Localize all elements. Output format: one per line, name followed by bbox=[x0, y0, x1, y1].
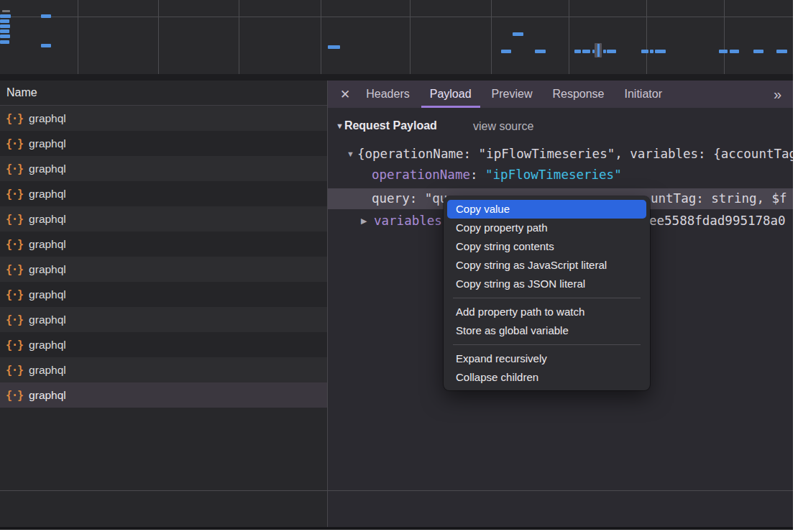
menu-item-copy-property-path[interactable]: Copy property path bbox=[444, 219, 650, 237]
request-timing-bar bbox=[753, 50, 763, 53]
table-row[interactable]: {·}graphql bbox=[0, 257, 327, 282]
menu-item-copy-string-js-literal[interactable]: Copy string as JavaScript literal bbox=[444, 256, 650, 275]
json-file-icon: {·} bbox=[6, 339, 23, 352]
request-name: graphql bbox=[29, 112, 66, 125]
request-timing-bar bbox=[535, 50, 546, 53]
menu-item-copy-string-contents[interactable]: Copy string contents bbox=[444, 237, 650, 256]
request-timing-bar bbox=[574, 50, 581, 53]
table-row[interactable]: {·}graphql bbox=[0, 181, 327, 206]
json-file-icon: {·} bbox=[6, 238, 23, 251]
menu-item-collapse-children[interactable]: Collapse children bbox=[444, 368, 650, 387]
root-object-preview: {operationName: "ipFlowTimeseries", vari… bbox=[357, 144, 793, 165]
requests-list: {·}graphql {·}graphql {·}graphql {·}grap… bbox=[0, 106, 327, 408]
table-row[interactable]: {·}graphql bbox=[0, 282, 327, 307]
request-name: graphql bbox=[29, 364, 66, 377]
request-payload-section-header[interactable]: ▼Request Payload bbox=[336, 119, 437, 132]
table-row[interactable]: {·}graphql bbox=[0, 106, 327, 131]
window-bottom-edge bbox=[0, 527, 793, 530]
payload-root-row[interactable]: ▼ {operationName: "ipFlowTimeseries", va… bbox=[328, 144, 793, 165]
request-name: graphql bbox=[29, 263, 66, 276]
tab-headers[interactable]: Headers bbox=[357, 81, 418, 108]
tab-payload[interactable]: Payload bbox=[421, 81, 480, 108]
json-file-icon: {·} bbox=[6, 162, 23, 175]
more-tabs-icon[interactable]: » bbox=[774, 81, 781, 108]
property-key: variables bbox=[374, 214, 442, 228]
devtools-window: Name {·}graphql {·}graphql {·}graphql {·… bbox=[0, 0, 798, 532]
table-row[interactable]: {·}graphql bbox=[0, 357, 327, 382]
json-file-icon: {·} bbox=[6, 364, 23, 377]
close-icon[interactable]: ✕ bbox=[340, 81, 350, 108]
request-timing-bar bbox=[41, 14, 51, 18]
request-timing-bar bbox=[603, 50, 606, 53]
request-timing-bar bbox=[607, 50, 616, 53]
query-value-fragment: untTag: string, $f bbox=[651, 188, 787, 209]
context-menu: Copy value Copy property path Copy strin… bbox=[444, 196, 650, 390]
table-row[interactable]: {·}graphql bbox=[0, 307, 327, 332]
table-row[interactable]: {·}graphql bbox=[0, 231, 327, 257]
tab-response[interactable]: Response bbox=[544, 81, 613, 108]
table-row[interactable]: {·}graphql bbox=[0, 206, 327, 231]
request-timing-bar bbox=[641, 50, 648, 53]
variables-preview-fragment: ee5588fdad995178a0 bbox=[649, 211, 786, 231]
request-timing-bar bbox=[328, 45, 340, 49]
detail-tabbar: ✕ Headers Payload Preview Response Initi… bbox=[328, 81, 793, 108]
request-timing-bar bbox=[730, 50, 739, 53]
tab-initiator[interactable]: Initiator bbox=[616, 81, 671, 108]
tab-preview[interactable]: Preview bbox=[483, 81, 541, 108]
request-name: graphql bbox=[29, 238, 66, 251]
name-column-header[interactable]: Name bbox=[0, 81, 327, 106]
request-timing-bar bbox=[0, 29, 9, 33]
json-file-icon: {·} bbox=[6, 288, 23, 301]
timeline-gridline bbox=[724, 0, 725, 74]
property-key: operationName bbox=[372, 168, 470, 182]
request-timing-bar bbox=[2, 10, 10, 12]
view-source-link[interactable]: view source bbox=[473, 120, 533, 133]
timeline-gridline bbox=[646, 0, 647, 74]
request-timing-bar bbox=[0, 24, 10, 28]
table-row-selected[interactable]: {·}graphql bbox=[0, 382, 327, 408]
overview-row-divider bbox=[0, 17, 793, 17]
menu-item-copy-value[interactable]: Copy value bbox=[447, 200, 646, 219]
menu-item-store-as-global-variable[interactable]: Store as global variable bbox=[444, 321, 650, 340]
json-file-icon: {·} bbox=[6, 313, 23, 326]
menu-item-expand-recursively[interactable]: Expand recursively bbox=[444, 349, 650, 368]
devtools-network-panel: Name {·}graphql {·}graphql {·}graphql {·… bbox=[0, 0, 793, 530]
request-name: graphql bbox=[29, 288, 66, 301]
request-name: graphql bbox=[29, 213, 66, 226]
request-name: graphql bbox=[29, 339, 66, 352]
expand-triangle-icon[interactable]: ▼ bbox=[347, 144, 354, 165]
timeline-gridline bbox=[569, 0, 569, 74]
request-timing-bar bbox=[0, 14, 11, 18]
menu-item-add-property-path-to-watch[interactable]: Add property path to watch bbox=[444, 303, 650, 321]
expand-triangle-icon[interactable]: ▶ bbox=[361, 211, 367, 231]
timeline-gridline bbox=[491, 0, 492, 74]
request-timing-bar bbox=[650, 50, 653, 53]
request-timing-bar bbox=[501, 50, 511, 53]
request-name: graphql bbox=[29, 188, 66, 201]
colon: : bbox=[410, 191, 425, 206]
table-row[interactable]: {·}graphql bbox=[0, 131, 327, 156]
request-timing-bar bbox=[41, 44, 51, 47]
request-timing-bar bbox=[582, 50, 590, 53]
menu-item-copy-string-json-literal[interactable]: Copy string as JSON literal bbox=[444, 275, 650, 293]
json-file-icon: {·} bbox=[6, 263, 23, 276]
request-name: graphql bbox=[29, 389, 66, 402]
json-file-icon: {·} bbox=[6, 112, 23, 125]
json-file-icon: {·} bbox=[6, 213, 23, 226]
collapse-triangle-icon: ▼ bbox=[336, 121, 344, 130]
colon: : bbox=[470, 168, 485, 182]
table-row[interactable]: {·}graphql bbox=[0, 156, 327, 181]
section-title: Request Payload bbox=[344, 119, 437, 132]
requests-table: Name {·}graphql {·}graphql {·}graphql {·… bbox=[0, 81, 327, 530]
request-timing-bar bbox=[513, 32, 523, 36]
payload-operationname-row[interactable]: operationName: "ipFlowTimeseries" bbox=[328, 165, 793, 185]
property-value: "ipFlowTimeseries" bbox=[485, 168, 622, 182]
request-timing-bar bbox=[655, 50, 666, 53]
request-name: graphql bbox=[29, 162, 66, 175]
status-bar-divider bbox=[0, 490, 793, 491]
network-overview-timeline[interactable] bbox=[0, 0, 793, 74]
request-name: graphql bbox=[29, 137, 66, 150]
overview-selection-marker-line bbox=[597, 44, 600, 57]
json-file-icon: {·} bbox=[6, 389, 23, 402]
table-row[interactable]: {·}graphql bbox=[0, 332, 327, 357]
